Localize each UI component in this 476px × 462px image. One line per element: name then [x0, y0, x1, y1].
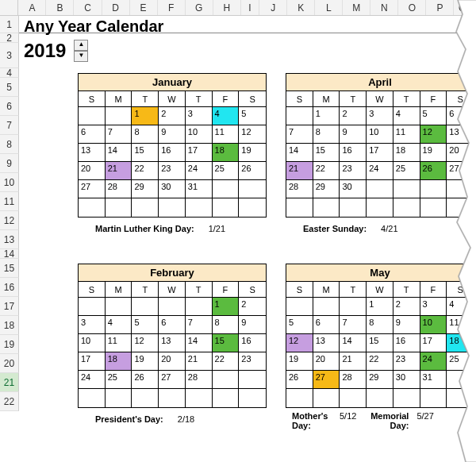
- col-header-D[interactable]: D: [102, 0, 130, 15]
- day-cell[interactable]: 28: [286, 180, 313, 198]
- day-cell[interactable]: [132, 298, 159, 316]
- day-cell[interactable]: 17: [186, 144, 213, 162]
- day-cell[interactable]: 29: [132, 180, 159, 198]
- row-header-13[interactable]: 13: [0, 230, 19, 249]
- day-cell[interactable]: 4: [106, 316, 132, 334]
- day-cell[interactable]: 2: [393, 298, 420, 316]
- day-cell[interactable]: 31: [420, 371, 447, 389]
- day-cell[interactable]: 22: [313, 162, 340, 180]
- day-cell[interactable]: 29: [367, 371, 393, 389]
- col-header-J[interactable]: J: [259, 0, 287, 15]
- col-header-L[interactable]: L: [315, 0, 343, 15]
- day-cell[interactable]: 12: [286, 334, 313, 352]
- day-cell[interactable]: [313, 389, 340, 407]
- day-cell[interactable]: [340, 389, 367, 407]
- col-header-M[interactable]: M: [343, 0, 370, 15]
- row-header-16[interactable]: 16: [0, 278, 19, 297]
- day-cell[interactable]: [420, 198, 447, 217]
- selectall-corner[interactable]: [0, 0, 18, 15]
- day-cell[interactable]: [420, 389, 447, 407]
- day-cell[interactable]: 3: [367, 107, 393, 125]
- day-cell[interactable]: [79, 107, 106, 125]
- day-cell[interactable]: [159, 389, 186, 407]
- day-cell[interactable]: 16: [393, 334, 420, 352]
- day-cell[interactable]: 9: [159, 125, 186, 144]
- day-cell[interactable]: 13: [159, 334, 186, 352]
- day-cell[interactable]: [79, 298, 106, 316]
- col-header-C[interactable]: C: [74, 0, 102, 15]
- day-cell[interactable]: 12: [420, 125, 447, 144]
- day-cell[interactable]: 19: [239, 144, 266, 162]
- day-cell[interactable]: 22: [367, 352, 393, 371]
- day-cell[interactable]: [367, 389, 393, 407]
- day-cell[interactable]: 18: [393, 144, 420, 162]
- col-header-P[interactable]: P: [426, 0, 454, 15]
- day-cell[interactable]: 30: [159, 180, 186, 198]
- day-cell[interactable]: 6: [313, 316, 340, 334]
- day-cell[interactable]: 5: [239, 107, 266, 125]
- day-cell[interactable]: 10: [79, 334, 106, 352]
- day-cell[interactable]: 22: [213, 352, 240, 371]
- day-cell[interactable]: [186, 389, 213, 407]
- day-cell[interactable]: 14: [106, 144, 132, 162]
- day-cell[interactable]: 15: [313, 144, 340, 162]
- row-header-6[interactable]: 6: [0, 97, 19, 116]
- day-cell[interactable]: 2: [159, 107, 186, 125]
- day-cell[interactable]: 8: [132, 125, 159, 144]
- day-cell[interactable]: 12: [132, 334, 159, 352]
- day-cell[interactable]: 26: [239, 162, 266, 180]
- col-header-K[interactable]: K: [287, 0, 315, 15]
- day-cell[interactable]: [159, 198, 186, 217]
- day-cell[interactable]: [132, 389, 159, 407]
- day-cell[interactable]: 18: [106, 352, 132, 371]
- day-cell[interactable]: 31: [186, 180, 213, 198]
- day-cell[interactable]: [239, 371, 266, 389]
- row-header-14[interactable]: 14: [0, 249, 19, 259]
- day-cell[interactable]: 25: [106, 371, 132, 389]
- day-cell[interactable]: [159, 298, 186, 316]
- day-cell[interactable]: 25: [447, 352, 474, 371]
- day-cell[interactable]: [393, 389, 420, 407]
- day-cell[interactable]: 21: [106, 162, 132, 180]
- day-cell[interactable]: 30: [340, 180, 367, 198]
- day-cell[interactable]: 15: [367, 334, 393, 352]
- day-cell[interactable]: 13: [313, 334, 340, 352]
- day-cell[interactable]: 23: [159, 162, 186, 180]
- day-cell[interactable]: 17: [79, 352, 106, 371]
- day-cell[interactable]: 21: [186, 352, 213, 371]
- day-cell[interactable]: 20: [313, 352, 340, 371]
- day-cell[interactable]: [239, 198, 266, 217]
- day-cell[interactable]: [286, 198, 313, 217]
- day-cell[interactable]: 23: [393, 352, 420, 371]
- row-header-19[interactable]: 19: [0, 335, 19, 354]
- day-cell[interactable]: 8: [367, 316, 393, 334]
- day-cell[interactable]: 15: [132, 144, 159, 162]
- day-cell[interactable]: [106, 107, 132, 125]
- day-cell[interactable]: 20: [79, 162, 106, 180]
- row-header-8[interactable]: 8: [0, 135, 19, 154]
- day-cell[interactable]: 22: [132, 162, 159, 180]
- day-cell[interactable]: 17: [367, 144, 393, 162]
- day-cell[interactable]: 15: [213, 334, 240, 352]
- col-header-R[interactable]: R: [471, 0, 476, 15]
- day-cell[interactable]: [393, 198, 420, 217]
- day-cell[interactable]: 30: [393, 371, 420, 389]
- day-cell[interactable]: 12: [239, 125, 266, 144]
- day-cell[interactable]: 7: [106, 125, 132, 144]
- day-cell[interactable]: 24: [367, 162, 393, 180]
- day-cell[interactable]: 7: [186, 316, 213, 334]
- day-cell[interactable]: 21: [340, 352, 367, 371]
- day-cell[interactable]: 11: [393, 125, 420, 144]
- day-cell[interactable]: [447, 389, 474, 407]
- day-cell[interactable]: [420, 180, 447, 198]
- day-cell[interactable]: 5: [286, 316, 313, 334]
- day-cell[interactable]: 21: [286, 162, 313, 180]
- day-cell[interactable]: 6: [79, 125, 106, 144]
- day-cell[interactable]: 14: [186, 334, 213, 352]
- row-header-3[interactable]: 3: [0, 43, 19, 68]
- day-cell[interactable]: 7: [286, 125, 313, 144]
- day-cell[interactable]: 18: [447, 334, 474, 352]
- day-cell[interactable]: 6: [159, 316, 186, 334]
- day-cell[interactable]: 28: [106, 180, 132, 198]
- day-cell[interactable]: 24: [420, 352, 447, 371]
